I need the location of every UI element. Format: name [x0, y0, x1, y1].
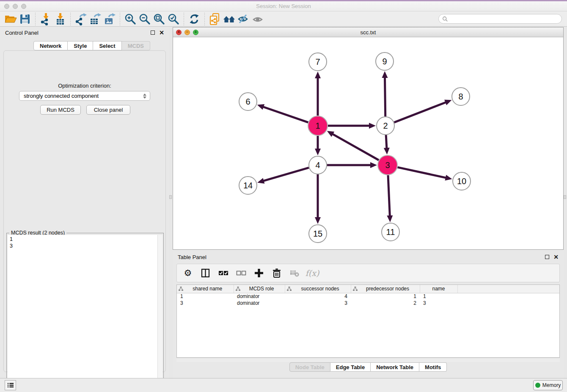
graph-node-label: 9: [382, 57, 387, 66]
table-panel-title: Table Panel: [178, 254, 206, 260]
tab-style[interactable]: Style: [68, 41, 93, 50]
graph-edge-1-6[interactable]: [262, 107, 308, 122]
memory-button[interactable]: Memory: [533, 380, 563, 390]
graph-edge-3-1[interactable]: [332, 134, 379, 160]
network-view-window: × – + scc.txt 7968124314101511: [173, 27, 564, 250]
graph-edge-2-3[interactable]: [386, 135, 387, 149]
delete-entry-icon[interactable]: [271, 267, 283, 279]
export-network-icon[interactable]: [74, 12, 88, 26]
float-table-panel-icon[interactable]: [545, 255, 549, 259]
show-all-icon[interactable]: [251, 12, 265, 26]
zoom-out-icon[interactable]: [138, 12, 152, 26]
table-row[interactable]: 3dominator 32 3: [177, 300, 559, 306]
graph-arrowhead: [257, 178, 264, 183]
tab-node-table[interactable]: Node Table: [289, 362, 330, 372]
graph-arrowhead: [369, 123, 376, 129]
run-mcds-button[interactable]: Run MCDS: [40, 105, 81, 115]
optimization-criterion-label: Optimization criterion:: [4, 83, 165, 89]
tab-network[interactable]: Network: [33, 41, 68, 50]
column-mcds-role[interactable]: MCDS role: [234, 285, 285, 293]
table-horizontal-scrollbar[interactable]: [176, 358, 560, 362]
tab-motifs[interactable]: Motifs: [419, 362, 447, 372]
graph-arrowhead: [387, 215, 393, 222]
import-table-icon[interactable]: [53, 12, 67, 26]
table-toolbar: ⚙ f(x): [176, 264, 560, 282]
task-history-button[interactable]: [5, 380, 16, 390]
control-panel-title: Control Panel: [5, 30, 39, 36]
graph-edge-3-10[interactable]: [397, 167, 446, 178]
select-all-icon[interactable]: [217, 267, 229, 279]
tab-select[interactable]: Select: [93, 41, 121, 50]
clone-network-icon[interactable]: [208, 12, 222, 26]
table-panel: Table Panel ✕ ⚙ f(x): [173, 251, 564, 377]
zoom-in-icon[interactable]: [123, 12, 138, 26]
search-icon: [442, 16, 448, 22]
close-panel-icon[interactable]: ✕: [159, 30, 164, 36]
deselect-all-icon[interactable]: [235, 267, 247, 279]
graph-arrowhead: [444, 100, 451, 105]
right-split-divider[interactable]: [564, 27, 567, 378]
mcds-result-box: MCDS result (2 nodes) 1 3: [6, 233, 164, 392]
save-session-icon[interactable]: [18, 12, 32, 26]
import-network-icon[interactable]: [39, 12, 53, 26]
graph-arrowhead: [257, 104, 264, 110]
graph-arrowhead: [445, 175, 452, 181]
column-name[interactable]: name: [420, 285, 457, 293]
zoom-fit-icon[interactable]: [152, 12, 166, 26]
graph-node-label: 8: [458, 92, 463, 101]
delete-table-icon: [289, 267, 300, 279]
table-row[interactable]: 1dominator 41 1: [177, 293, 559, 300]
criterion-dropdown[interactable]: strongly connected component: [19, 91, 150, 101]
tab-mcds[interactable]: MCDS: [122, 41, 150, 50]
float-panel-icon[interactable]: [151, 30, 155, 35]
table-tabs: Node Table Edge Table Network Table Moti…: [173, 362, 564, 372]
memory-label: Memory: [542, 382, 561, 388]
search-input[interactable]: [438, 14, 562, 24]
graph-node-label: 2: [383, 121, 388, 130]
graph-edge-4-14[interactable]: [263, 168, 309, 181]
graph-node-label: 10: [457, 177, 466, 186]
close-table-panel-icon[interactable]: ✕: [553, 254, 559, 260]
export-image-icon[interactable]: [102, 12, 117, 26]
column-successor-nodes[interactable]: successor nodes: [285, 285, 351, 293]
graph-node-label: 3: [385, 160, 390, 170]
left-split-divider[interactable]: [169, 27, 173, 378]
add-row-icon[interactable]: [253, 267, 265, 279]
column-shared-name[interactable]: shared name: [177, 285, 234, 293]
close-panel-button[interactable]: Close panel: [86, 105, 130, 115]
dropdown-stepper-icon: [143, 94, 146, 99]
tab-network-table[interactable]: Network Table: [371, 362, 419, 372]
graph-arrowhead: [382, 71, 388, 78]
column-predecessor-nodes[interactable]: predecessor nodes: [351, 285, 420, 293]
refresh-layout-icon[interactable]: [187, 12, 201, 26]
network-window-titlebar[interactable]: × – + scc.txt: [173, 28, 563, 37]
criterion-value: strongly connected component: [24, 93, 99, 99]
graph-node-label: 15: [313, 229, 322, 238]
control-panel: Control Panel ✕ Network Style Select MCD…: [0, 27, 169, 378]
export-table-icon[interactable]: [88, 12, 102, 26]
graph-arrowhead: [315, 72, 321, 78]
network-window-title: scc.txt: [173, 29, 563, 36]
graph-arrowhead: [315, 149, 321, 155]
graph-node-label: 1: [315, 121, 320, 130]
first-neighbors-icon[interactable]: [222, 12, 237, 26]
apply-function-icon: f(x): [306, 267, 318, 279]
network-graph-canvas[interactable]: 7968124314101511: [173, 37, 563, 249]
graph-edge-2-9[interactable]: [385, 77, 385, 116]
mcds-result-text[interactable]: 1 3: [8, 235, 157, 392]
zoom-selected-icon[interactable]: [166, 12, 181, 26]
open-session-icon[interactable]: [3, 12, 18, 26]
app-title: Session: New Session: [0, 3, 567, 9]
graph-edge-2-8[interactable]: [394, 102, 447, 122]
mcds-result-scrollbar[interactable]: [157, 235, 162, 392]
app-titlebar: Session: New Session: [0, 1, 567, 11]
table-header-row[interactable]: shared name MCDS role successor nodes pr…: [177, 285, 559, 293]
graph-node-label: 6: [245, 97, 250, 106]
hide-selected-icon[interactable]: [237, 12, 251, 26]
tab-edge-table[interactable]: Edge Table: [330, 362, 371, 372]
graph-node-label: 7: [315, 57, 320, 66]
show-column-icon[interactable]: [200, 267, 212, 279]
table-settings-icon[interactable]: ⚙: [182, 267, 194, 279]
main-toolbar: [0, 11, 567, 27]
graph-edge-3-11[interactable]: [388, 175, 390, 217]
